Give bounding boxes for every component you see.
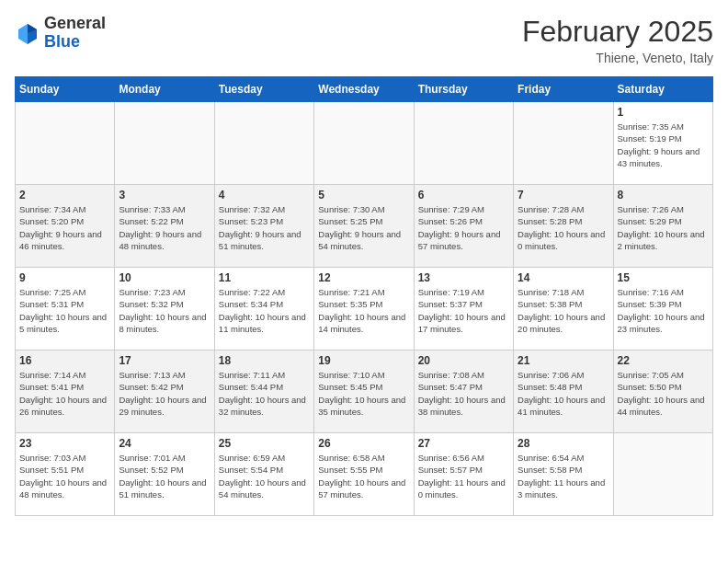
day-number: 18 <box>219 354 310 367</box>
day-number: 11 <box>219 271 310 284</box>
calendar-header-row: SundayMondayTuesdayWednesdayThursdayFrid… <box>16 77 713 102</box>
logo-general: General <box>44 14 106 32</box>
page-header: General Blue February 2025 Thiene, Venet… <box>15 15 713 65</box>
calendar-day-cell <box>514 102 613 185</box>
calendar-day-cell: 3Sunrise: 7:33 AM Sunset: 5:22 PM Daylig… <box>115 185 214 268</box>
day-info: Sunrise: 7:08 AM Sunset: 5:47 PM Dayligh… <box>418 369 509 418</box>
day-number: 6 <box>418 189 509 201</box>
day-number: 9 <box>19 271 110 284</box>
day-info: Sunrise: 7:35 AM Sunset: 5:19 PM Dayligh… <box>618 121 709 169</box>
location-subtitle: Thiene, Veneto, Italy <box>522 51 713 65</box>
calendar-day-cell <box>613 433 712 516</box>
day-info: Sunrise: 7:22 AM Sunset: 5:34 PM Dayligh… <box>219 286 310 335</box>
day-number: 10 <box>119 271 210 284</box>
calendar-week-row: 2Sunrise: 7:34 AM Sunset: 5:20 PM Daylig… <box>16 185 713 268</box>
day-number: 14 <box>518 271 609 284</box>
day-info: Sunrise: 7:06 AM Sunset: 5:48 PM Dayligh… <box>518 369 609 418</box>
day-info: Sunrise: 7:19 AM Sunset: 5:37 PM Dayligh… <box>418 286 509 335</box>
svg-marker-1 <box>18 24 28 44</box>
calendar-day-cell: 4Sunrise: 7:32 AM Sunset: 5:23 PM Daylig… <box>214 185 313 268</box>
month-title: February 2025 <box>522 15 713 49</box>
calendar-day-cell: 6Sunrise: 7:29 AM Sunset: 5:26 PM Daylig… <box>414 185 513 268</box>
calendar-day-cell <box>414 102 513 185</box>
day-number: 17 <box>119 354 210 367</box>
calendar-day-cell <box>314 102 414 185</box>
day-info: Sunrise: 7:10 AM Sunset: 5:45 PM Dayligh… <box>318 369 409 418</box>
day-number: 13 <box>418 271 509 284</box>
calendar-day-cell: 21Sunrise: 7:06 AM Sunset: 5:48 PM Dayli… <box>514 350 613 433</box>
day-number: 26 <box>318 437 409 450</box>
day-number: 19 <box>318 354 409 367</box>
day-info: Sunrise: 7:23 AM Sunset: 5:32 PM Dayligh… <box>119 286 210 335</box>
calendar-day-cell: 24Sunrise: 7:01 AM Sunset: 5:52 PM Dayli… <box>115 433 214 516</box>
day-number: 12 <box>318 271 409 284</box>
calendar-day-cell: 15Sunrise: 7:16 AM Sunset: 5:39 PM Dayli… <box>613 268 712 350</box>
calendar-day-cell: 27Sunrise: 6:56 AM Sunset: 5:57 PM Dayli… <box>414 433 513 516</box>
day-info: Sunrise: 7:14 AM Sunset: 5:41 PM Dayligh… <box>19 369 110 418</box>
calendar-day-cell: 20Sunrise: 7:08 AM Sunset: 5:47 PM Dayli… <box>414 350 513 433</box>
calendar-table: SundayMondayTuesdayWednesdayThursdayFrid… <box>15 76 713 516</box>
day-info: Sunrise: 7:28 AM Sunset: 5:28 PM Dayligh… <box>518 203 609 252</box>
calendar-day-cell: 7Sunrise: 7:28 AM Sunset: 5:28 PM Daylig… <box>514 185 613 268</box>
day-of-week-header: Wednesday <box>314 77 414 102</box>
day-number: 15 <box>618 271 709 284</box>
calendar-day-cell: 23Sunrise: 7:03 AM Sunset: 5:51 PM Dayli… <box>16 433 115 516</box>
day-number: 5 <box>318 189 409 201</box>
calendar-day-cell: 11Sunrise: 7:22 AM Sunset: 5:34 PM Dayli… <box>214 268 313 350</box>
day-info: Sunrise: 6:54 AM Sunset: 5:58 PM Dayligh… <box>518 452 609 500</box>
day-number: 3 <box>119 189 210 201</box>
day-info: Sunrise: 7:11 AM Sunset: 5:44 PM Dayligh… <box>219 369 310 418</box>
logo-icon <box>15 20 40 46</box>
calendar-day-cell: 12Sunrise: 7:21 AM Sunset: 5:35 PM Dayli… <box>314 268 414 350</box>
day-number: 28 <box>518 437 609 450</box>
day-number: 7 <box>518 189 609 201</box>
day-number: 20 <box>418 354 509 367</box>
day-number: 27 <box>418 437 509 450</box>
day-number: 21 <box>518 354 609 367</box>
calendar-day-cell: 25Sunrise: 6:59 AM Sunset: 5:54 PM Dayli… <box>214 433 313 516</box>
day-of-week-header: Thursday <box>414 77 513 102</box>
day-number: 2 <box>19 189 110 201</box>
day-info: Sunrise: 7:30 AM Sunset: 5:25 PM Dayligh… <box>318 203 409 252</box>
day-info: Sunrise: 7:32 AM Sunset: 5:23 PM Dayligh… <box>219 203 310 252</box>
day-number: 8 <box>618 189 709 201</box>
day-info: Sunrise: 7:34 AM Sunset: 5:20 PM Dayligh… <box>19 203 110 252</box>
calendar-day-cell: 26Sunrise: 6:58 AM Sunset: 5:55 PM Dayli… <box>314 433 414 516</box>
calendar-day-cell: 19Sunrise: 7:10 AM Sunset: 5:45 PM Dayli… <box>314 350 414 433</box>
day-number: 16 <box>19 354 110 367</box>
day-info: Sunrise: 7:25 AM Sunset: 5:31 PM Dayligh… <box>19 286 110 335</box>
calendar-day-cell <box>16 102 115 185</box>
calendar-day-cell: 9Sunrise: 7:25 AM Sunset: 5:31 PM Daylig… <box>16 268 115 350</box>
day-number: 1 <box>618 106 709 119</box>
logo-blue: Blue <box>44 32 80 51</box>
day-info: Sunrise: 7:29 AM Sunset: 5:26 PM Dayligh… <box>418 203 509 252</box>
day-of-week-header: Tuesday <box>214 77 313 102</box>
calendar-day-cell <box>214 102 313 185</box>
calendar-day-cell: 5Sunrise: 7:30 AM Sunset: 5:25 PM Daylig… <box>314 185 414 268</box>
calendar-week-row: 1Sunrise: 7:35 AM Sunset: 5:19 PM Daylig… <box>16 102 713 185</box>
calendar-day-cell: 17Sunrise: 7:13 AM Sunset: 5:42 PM Dayli… <box>115 350 214 433</box>
calendar-day-cell: 14Sunrise: 7:18 AM Sunset: 5:38 PM Dayli… <box>514 268 613 350</box>
calendar-day-cell: 13Sunrise: 7:19 AM Sunset: 5:37 PM Dayli… <box>414 268 513 350</box>
calendar-day-cell <box>115 102 214 185</box>
day-info: Sunrise: 6:59 AM Sunset: 5:54 PM Dayligh… <box>219 452 310 500</box>
day-info: Sunrise: 7:13 AM Sunset: 5:42 PM Dayligh… <box>119 369 210 418</box>
day-of-week-header: Monday <box>115 77 214 102</box>
day-info: Sunrise: 7:21 AM Sunset: 5:35 PM Dayligh… <box>318 286 409 335</box>
day-of-week-header: Friday <box>514 77 613 102</box>
calendar-day-cell: 16Sunrise: 7:14 AM Sunset: 5:41 PM Dayli… <box>16 350 115 433</box>
day-info: Sunrise: 7:33 AM Sunset: 5:22 PM Dayligh… <box>119 203 210 252</box>
calendar-day-cell: 2Sunrise: 7:34 AM Sunset: 5:20 PM Daylig… <box>16 185 115 268</box>
day-of-week-header: Saturday <box>613 77 712 102</box>
calendar-day-cell: 10Sunrise: 7:23 AM Sunset: 5:32 PM Dayli… <box>115 268 214 350</box>
day-info: Sunrise: 7:18 AM Sunset: 5:38 PM Dayligh… <box>518 286 609 335</box>
day-info: Sunrise: 7:16 AM Sunset: 5:39 PM Dayligh… <box>618 286 709 335</box>
calendar-week-row: 16Sunrise: 7:14 AM Sunset: 5:41 PM Dayli… <box>16 350 713 433</box>
calendar-day-cell: 8Sunrise: 7:26 AM Sunset: 5:29 PM Daylig… <box>613 185 712 268</box>
day-info: Sunrise: 6:56 AM Sunset: 5:57 PM Dayligh… <box>418 452 509 500</box>
calendar-day-cell: 1Sunrise: 7:35 AM Sunset: 5:19 PM Daylig… <box>613 102 712 185</box>
logo-text: General Blue <box>44 15 106 52</box>
calendar-day-cell: 22Sunrise: 7:05 AM Sunset: 5:50 PM Dayli… <box>613 350 712 433</box>
logo: General Blue <box>15 15 106 52</box>
day-info: Sunrise: 7:01 AM Sunset: 5:52 PM Dayligh… <box>119 452 210 500</box>
